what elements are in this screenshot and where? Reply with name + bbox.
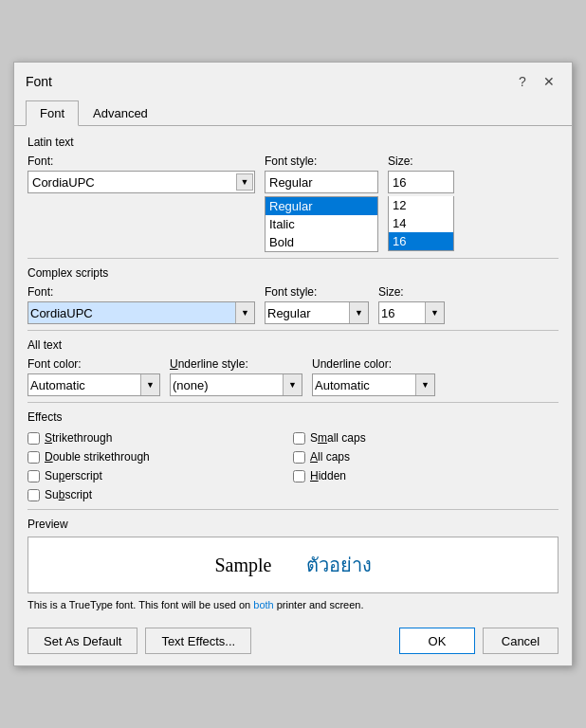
hidden-checkbox[interactable]: [293, 470, 305, 482]
complex-scripts-row: Font: CordiaUPC ▼ Font style: Regular It…: [27, 285, 559, 324]
preview-caption: This is a TrueType font. This font will …: [27, 599, 559, 610]
dialog-footer: Set As Default Text Effects... OK Cancel: [14, 620, 572, 665]
superscript-item: Superscript: [27, 467, 293, 484]
underline-color-select[interactable]: Automatic: [313, 374, 415, 395]
complex-style-select[interactable]: Regular Italic Bold: [266, 302, 351, 323]
complex-size-select[interactable]: 16 12 14: [379, 302, 427, 323]
style-option-regular[interactable]: Regular: [266, 197, 377, 215]
dialog-title: Font: [26, 74, 52, 89]
latin-style-label: Font style:: [265, 155, 378, 168]
small-caps-checkbox[interactable]: [293, 432, 305, 445]
latin-font-input-wrap: ▼: [27, 171, 255, 193]
all-caps-checkbox[interactable]: [293, 451, 305, 464]
latin-text-row: Font: ▼ Font style: Regular Italic Bold: [27, 155, 559, 252]
font-color-label: Font color:: [27, 357, 160, 371]
set-as-default-button[interactable]: Set As Default: [27, 628, 137, 654]
hidden-label: Hidden: [310, 469, 346, 482]
complex-font-arrow: ▼: [235, 302, 254, 323]
dialog-body: Latin text Font: ▼ Font style: Regular I…: [14, 126, 572, 620]
size-option-12[interactable]: 12: [389, 196, 453, 214]
size-option-16[interactable]: 16: [389, 232, 453, 250]
tab-advanced[interactable]: Advanced: [79, 100, 162, 126]
font-color-select[interactable]: Automatic: [28, 374, 140, 395]
preview-sample-text: Sample ตัวอย่าง: [215, 550, 372, 580]
latin-style-input-wrap: [265, 171, 378, 193]
complex-size-group: Size: 16 12 14 ▼: [378, 285, 445, 324]
superscript-label: Superscript: [45, 469, 102, 482]
latin-size-group: Size: 12 14 16: [388, 155, 454, 251]
cancel-button[interactable]: Cancel: [483, 628, 559, 654]
latin-size-label: Size:: [388, 155, 454, 168]
preview-thai: ตัวอย่าง: [306, 555, 372, 575]
latin-style-input[interactable]: [265, 171, 378, 193]
complex-size-arrow: ▼: [425, 302, 444, 323]
underline-style-label-text: Underline style:: [170, 357, 248, 371]
footer-left: Set As Default Text Effects...: [27, 628, 251, 654]
complex-style-group: Font style: Regular Italic Bold ▼: [265, 285, 369, 324]
preview-sample: Sample: [215, 555, 272, 575]
latin-font-label: Font:: [27, 155, 255, 168]
double-strikethrough-item: Double strikethrough: [27, 448, 293, 465]
latin-font-input[interactable]: [27, 171, 255, 193]
size-option-14[interactable]: 14: [389, 214, 453, 232]
underline-color-label: Underline color:: [312, 357, 435, 371]
hidden-item: Hidden: [293, 467, 559, 484]
superscript-checkbox[interactable]: [27, 470, 40, 482]
underline-color-select-wrap: Automatic ▼: [312, 373, 435, 396]
font-color-arrow: ▼: [140, 374, 159, 395]
complex-style-select-wrap: Regular Italic Bold ▼: [265, 301, 369, 324]
subscript-item: Subscript: [27, 486, 293, 503]
complex-size-select-wrap: 16 12 14 ▼: [378, 301, 445, 324]
complex-style-label: Font style:: [265, 285, 369, 299]
latin-font-group: Font: ▼: [27, 155, 255, 193]
close-button[interactable]: ✕: [538, 70, 560, 93]
all-text-label: All text: [27, 338, 559, 352]
underline-color-arrow: ▼: [415, 374, 434, 395]
font-dialog: Font ? ✕ Font Advanced Latin text Font: …: [13, 62, 573, 666]
underline-style-select-wrap: (none) ▼: [170, 373, 302, 396]
latin-size-input[interactable]: [388, 171, 454, 193]
style-option-italic[interactable]: Italic: [266, 215, 377, 233]
help-button[interactable]: ?: [511, 70, 534, 93]
underline-color-group: Underline color: Automatic ▼: [312, 357, 435, 396]
small-caps-item: Small caps: [293, 429, 559, 446]
style-option-bold[interactable]: Bold: [266, 233, 377, 251]
preview-label: Preview: [27, 518, 559, 531]
double-strikethrough-checkbox[interactable]: [27, 451, 40, 464]
effects-label: Effects: [27, 410, 559, 424]
complex-font-select-wrap: CordiaUPC ▼: [27, 301, 255, 324]
tab-font[interactable]: Font: [26, 100, 79, 126]
tabs-bar: Font Advanced: [14, 100, 572, 126]
underline-style-arrow: ▼: [283, 374, 302, 395]
strikethrough-checkbox[interactable]: [27, 432, 40, 445]
font-color-select-wrap: Automatic ▼: [27, 373, 160, 396]
title-bar: Font ? ✕: [14, 63, 572, 99]
footer-right: OK Cancel: [399, 628, 559, 654]
ok-button[interactable]: OK: [399, 628, 475, 654]
latin-text-label: Latin text: [27, 136, 559, 149]
complex-size-label: Size:: [378, 285, 445, 299]
strikethrough-label: Strikethrough: [45, 431, 112, 445]
all-text-row: Font color: Automatic ▼ Underline style:…: [27, 357, 559, 396]
all-caps-label: All caps: [310, 450, 350, 464]
latin-size-list: 12 14 16: [388, 196, 454, 251]
double-strikethrough-label: Double strikethrough: [45, 450, 150, 464]
complex-font-label: Font:: [27, 285, 255, 299]
latin-style-dropdown: Regular Italic Bold: [265, 196, 378, 252]
complex-font-select[interactable]: CordiaUPC: [28, 302, 237, 323]
title-bar-left: Font: [26, 74, 52, 89]
underline-style-select[interactable]: (none): [171, 374, 283, 395]
underline-style-label: Underline style:: [170, 357, 302, 371]
complex-scripts-label: Complex scripts: [27, 266, 559, 280]
subscript-checkbox[interactable]: [27, 489, 40, 501]
font-color-group: Font color: Automatic ▼: [27, 357, 160, 396]
latin-style-group: Font style: Regular Italic Bold: [265, 155, 378, 252]
strikethrough-item: Strikethrough: [27, 429, 293, 446]
small-caps-label: Small caps: [310, 431, 366, 445]
preview-box: Sample ตัวอย่าง: [27, 537, 559, 593]
text-effects-button[interactable]: Text Effects...: [145, 628, 251, 654]
underline-style-group: Underline style: (none) ▼: [170, 357, 302, 396]
complex-font-group: Font: CordiaUPC ▼: [27, 285, 255, 324]
latin-font-dropdown-arrow[interactable]: ▼: [236, 173, 253, 191]
complex-style-arrow: ▼: [349, 302, 368, 323]
